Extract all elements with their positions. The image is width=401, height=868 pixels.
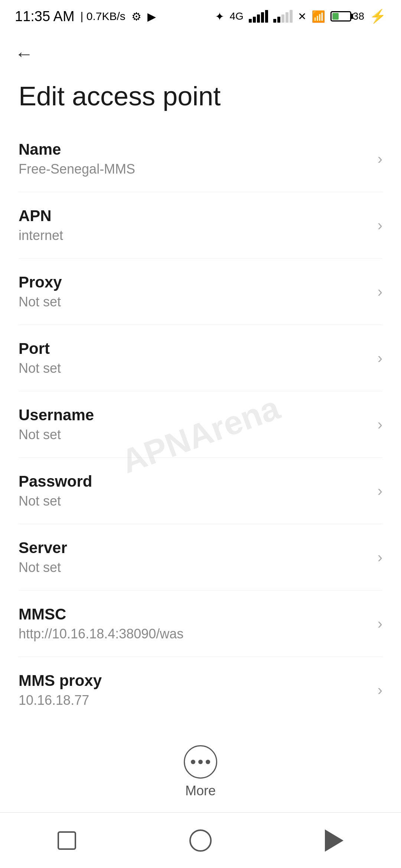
dot-2 bbox=[198, 760, 203, 764]
settings-item-label: Username bbox=[19, 406, 370, 424]
settings-item-name[interactable]: Name Free-Senegal-MMS › bbox=[19, 126, 382, 192]
nav-recent-button[interactable] bbox=[45, 826, 89, 855]
dot-3 bbox=[206, 760, 210, 764]
battery-container: 38 bbox=[330, 10, 364, 22]
navigation-bar bbox=[0, 812, 401, 868]
settings-item-label: Server bbox=[19, 539, 370, 557]
back-arrow-icon: ← bbox=[15, 43, 33, 64]
settings-item-value: internet bbox=[19, 228, 370, 243]
settings-icon: ⚙ bbox=[131, 10, 141, 23]
charging-icon: ⚡ bbox=[369, 9, 386, 24]
chevron-right-icon: › bbox=[378, 483, 382, 499]
chevron-right-icon: › bbox=[378, 217, 382, 234]
chevron-right-icon: › bbox=[378, 350, 382, 366]
settings-item-label: Port bbox=[19, 340, 370, 358]
settings-item-label: Password bbox=[19, 473, 370, 490]
settings-item-content: Port Not set bbox=[19, 340, 370, 376]
settings-item-username[interactable]: Username Not set › bbox=[19, 391, 382, 458]
settings-list: Name Free-Senegal-MMS › APN internet › P… bbox=[0, 126, 401, 723]
battery-percent: 38 bbox=[353, 10, 364, 22]
settings-item-port[interactable]: Port Not set › bbox=[19, 325, 382, 391]
settings-item-content: MMS proxy 10.16.18.77 bbox=[19, 672, 370, 708]
recent-apps-icon bbox=[58, 831, 76, 850]
settings-item-content: Server Not set bbox=[19, 539, 370, 575]
settings-item-content: Password Not set bbox=[19, 473, 370, 509]
signal-bars-1 bbox=[249, 10, 268, 23]
settings-item-password[interactable]: Password Not set › bbox=[19, 458, 382, 524]
status-bar: 11:35 AM | 0.7KB/s ⚙ ▶ ✦ 4G ✕ 📶 38 bbox=[0, 0, 401, 30]
page-title: Edit access point bbox=[19, 82, 382, 111]
settings-item-label: MMSC bbox=[19, 605, 370, 623]
settings-item-label: Name bbox=[19, 141, 370, 158]
settings-item-value: 10.16.18.77 bbox=[19, 693, 370, 708]
settings-item-apn[interactable]: APN internet › bbox=[19, 192, 382, 259]
page-title-area: Edit access point bbox=[0, 74, 401, 126]
4g-icon: 4G bbox=[229, 10, 243, 22]
back-area: ← bbox=[0, 30, 401, 74]
chevron-right-icon: › bbox=[378, 549, 382, 566]
settings-item-label: MMS proxy bbox=[19, 672, 370, 690]
status-time: 11:35 AM bbox=[15, 9, 75, 24]
nav-back-button[interactable] bbox=[312, 826, 356, 855]
chevron-right-icon: › bbox=[378, 416, 382, 433]
home-icon bbox=[189, 829, 212, 852]
settings-item-value: Not set bbox=[19, 294, 370, 310]
settings-item-value: Not set bbox=[19, 427, 370, 443]
chevron-right-icon: › bbox=[378, 151, 382, 167]
settings-item-content: Name Free-Senegal-MMS bbox=[19, 141, 370, 177]
more-area: More bbox=[0, 730, 401, 810]
status-left: 11:35 AM | 0.7KB/s ⚙ ▶ bbox=[15, 9, 156, 24]
battery-icon bbox=[330, 11, 351, 22]
chevron-right-icon: › bbox=[378, 682, 382, 698]
wifi-icon: 📶 bbox=[312, 10, 325, 23]
more-dots-icon bbox=[191, 760, 210, 764]
back-button[interactable]: ← bbox=[11, 41, 37, 67]
settings-item-content: MMSC http://10.16.18.4:38090/was bbox=[19, 605, 370, 642]
battery-fill bbox=[332, 13, 339, 20]
nav-home-button[interactable] bbox=[178, 826, 223, 855]
settings-item-mmsc[interactable]: MMSC http://10.16.18.4:38090/was › bbox=[19, 591, 382, 657]
settings-item-proxy[interactable]: Proxy Not set › bbox=[19, 259, 382, 325]
settings-item-content: Username Not set bbox=[19, 406, 370, 443]
chevron-right-icon: › bbox=[378, 615, 382, 632]
settings-item-content: APN internet bbox=[19, 207, 370, 243]
bluetooth-icon: ✦ bbox=[215, 10, 224, 23]
settings-item-value: Free-Senegal-MMS bbox=[19, 161, 370, 177]
settings-item-value: Not set bbox=[19, 560, 370, 575]
more-button[interactable] bbox=[184, 745, 217, 779]
settings-item-label: APN bbox=[19, 207, 370, 225]
settings-item-mms-proxy[interactable]: MMS proxy 10.16.18.77 › bbox=[19, 657, 382, 723]
settings-item-value: Not set bbox=[19, 361, 370, 376]
status-speed: | 0.7KB/s bbox=[81, 10, 125, 23]
settings-item-content: Proxy Not set bbox=[19, 273, 370, 310]
signal-x-icon: ✕ bbox=[298, 10, 306, 23]
signal-bars-2 bbox=[273, 10, 293, 23]
chevron-right-icon: › bbox=[378, 283, 382, 300]
settings-item-value: http://10.16.18.4:38090/was bbox=[19, 626, 370, 642]
settings-item-label: Proxy bbox=[19, 273, 370, 291]
settings-item-value: Not set bbox=[19, 493, 370, 509]
camera-icon: ▶ bbox=[147, 10, 156, 23]
back-icon bbox=[325, 829, 343, 852]
settings-item-server[interactable]: Server Not set › bbox=[19, 524, 382, 591]
dot-1 bbox=[191, 760, 195, 764]
more-label: More bbox=[185, 783, 216, 799]
status-right: ✦ 4G ✕ 📶 38 ⚡ bbox=[215, 9, 386, 24]
